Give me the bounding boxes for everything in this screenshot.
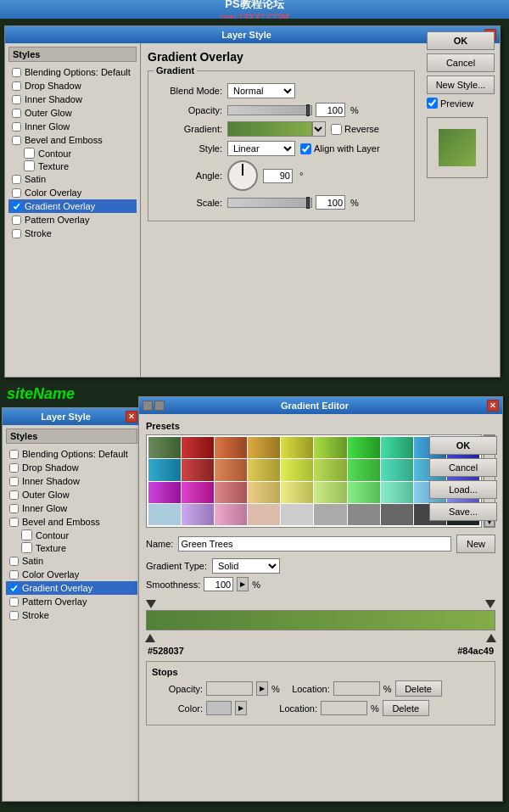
- preset-28[interactable]: [381, 482, 413, 503]
- b-outer-glow-checkbox[interactable]: [9, 490, 19, 500]
- scale-slider[interactable]: [227, 198, 312, 208]
- ge-gradient-bar[interactable]: [146, 610, 495, 630]
- ge-color-stop-right[interactable]: [486, 634, 496, 642]
- top-new-style-button[interactable]: New Style...: [427, 76, 495, 94]
- style-inner-shadow[interactable]: Inner Shadow: [8, 92, 137, 106]
- b-stroke-checkbox[interactable]: [9, 611, 19, 620]
- b-style-contour[interactable]: Contour: [6, 529, 137, 541]
- preset-17[interactable]: [348, 459, 380, 480]
- ge-opacity-stops-input[interactable]: [206, 681, 253, 696]
- b-style-stroke[interactable]: Stroke: [6, 608, 137, 622]
- b-drop-shadow-checkbox[interactable]: [9, 463, 19, 473]
- ge-color-location-input[interactable]: [321, 701, 367, 715]
- style-drop-shadow-checkbox[interactable]: [12, 81, 21, 91]
- b-inner-shadow-checkbox[interactable]: [9, 477, 19, 486]
- preset-38[interactable]: [381, 504, 413, 525]
- style-stroke[interactable]: Stroke: [8, 227, 137, 240]
- style-contour[interactable]: Contour: [8, 147, 137, 160]
- b-style-color-overlay[interactable]: Color Overlay: [6, 568, 137, 581]
- angle-dial[interactable]: [227, 160, 258, 191]
- bottom-window-close[interactable]: ✕: [126, 411, 137, 423]
- ge-name-input[interactable]: [178, 536, 451, 552]
- ge-opacity-location-input[interactable]: [333, 681, 380, 696]
- b-color-overlay-checkbox[interactable]: [9, 570, 19, 580]
- angle-input[interactable]: [263, 169, 293, 183]
- preset-26[interactable]: [314, 482, 346, 503]
- style-bevel-emboss-checkbox[interactable]: [12, 136, 21, 145]
- b-texture-checkbox[interactable]: [21, 542, 32, 553]
- ge-gradient-type-select[interactable]: Solid: [212, 558, 280, 574]
- b-style-outer-glow[interactable]: Outer Glow: [6, 488, 137, 501]
- b-inner-glow-checkbox[interactable]: [9, 504, 19, 513]
- b-contour-checkbox[interactable]: [21, 529, 32, 540]
- preset-5[interactable]: [281, 437, 313, 458]
- ge-close-btn[interactable]: ✕: [487, 400, 499, 412]
- opacity-slider[interactable]: [227, 105, 312, 115]
- b-style-blending[interactable]: Blending Options: Default: [6, 447, 137, 461]
- preset-18[interactable]: [381, 459, 413, 480]
- b-style-drop-shadow[interactable]: Drop Shadow: [6, 461, 137, 474]
- preset-32[interactable]: [182, 504, 214, 525]
- ge-load-button[interactable]: Load...: [429, 480, 497, 499]
- preset-8[interactable]: [381, 437, 413, 458]
- preset-33[interactable]: [215, 504, 247, 525]
- b-satin-checkbox[interactable]: [9, 557, 19, 566]
- top-cancel-button[interactable]: Cancel: [427, 53, 495, 72]
- style-satin[interactable]: Satin: [8, 172, 137, 186]
- style-inner-glow[interactable]: Inner Glow: [8, 120, 137, 133]
- ge-opacity-delete-btn[interactable]: Delete: [395, 680, 442, 697]
- ge-opacity-stop-right[interactable]: [485, 600, 495, 608]
- preset-2[interactable]: [182, 437, 214, 458]
- gradient-arrow[interactable]: [312, 121, 326, 137]
- preset-23[interactable]: [215, 482, 247, 503]
- style-gradient-overlay[interactable]: Gradient Overlay: [8, 199, 137, 213]
- style-color-overlay-checkbox[interactable]: [12, 188, 21, 198]
- style-outer-glow-checkbox[interactable]: [12, 109, 21, 118]
- preset-16[interactable]: [314, 459, 346, 480]
- b-pattern-overlay-checkbox[interactable]: [9, 597, 19, 607]
- align-layer-checkbox[interactable]: [300, 143, 311, 154]
- opacity-input[interactable]: [316, 103, 345, 117]
- style-satin-checkbox[interactable]: [12, 175, 21, 184]
- ge-color-delete-btn[interactable]: Delete: [383, 700, 429, 716]
- preset-6[interactable]: [314, 437, 346, 458]
- style-drop-shadow[interactable]: Drop Shadow: [8, 79, 137, 92]
- b-blending-checkbox[interactable]: [9, 450, 19, 459]
- b-gradient-overlay-checkbox[interactable]: [9, 584, 19, 593]
- ge-ok-button[interactable]: OK: [429, 436, 497, 455]
- style-blending-options-checkbox[interactable]: [12, 68, 21, 77]
- preset-11[interactable]: [148, 459, 181, 480]
- preset-4[interactable]: [248, 437, 280, 458]
- ge-color-swatch[interactable]: [206, 701, 232, 715]
- preset-12[interactable]: [182, 459, 214, 480]
- preset-35[interactable]: [281, 504, 313, 525]
- style-pattern-overlay-checkbox[interactable]: [12, 216, 21, 225]
- ge-opacity-stop-left[interactable]: [146, 600, 156, 608]
- style-inner-shadow-checkbox[interactable]: [12, 95, 21, 104]
- blend-mode-select[interactable]: Normal: [227, 83, 295, 98]
- style-pattern-overlay[interactable]: Pattern Overlay: [8, 213, 137, 227]
- style-select[interactable]: Linear: [227, 141, 295, 156]
- preset-15[interactable]: [281, 459, 313, 480]
- style-bevel-emboss[interactable]: Bevel and Emboss: [8, 133, 137, 147]
- style-color-overlay[interactable]: Color Overlay: [8, 186, 137, 199]
- preset-21[interactable]: [148, 482, 181, 503]
- preset-25[interactable]: [281, 482, 313, 503]
- ge-minimize-btn[interactable]: [143, 400, 153, 411]
- ge-opacity-arrow[interactable]: ▶: [256, 681, 268, 696]
- preset-31[interactable]: [148, 504, 181, 525]
- preset-27[interactable]: [348, 482, 380, 503]
- preset-7[interactable]: [348, 437, 380, 458]
- style-stroke-checkbox[interactable]: [12, 229, 21, 238]
- preset-34[interactable]: [248, 504, 280, 525]
- style-texture-checkbox[interactable]: [24, 160, 35, 171]
- preset-36[interactable]: [314, 504, 346, 525]
- style-blending-options[interactable]: Blending Options: Default: [8, 65, 137, 79]
- b-style-texture[interactable]: Texture: [6, 541, 137, 554]
- top-ok-button[interactable]: OK: [427, 31, 495, 50]
- b-style-gradient-overlay[interactable]: Gradient Overlay: [6, 581, 137, 595]
- preset-14[interactable]: [248, 459, 280, 480]
- preset-22[interactable]: [182, 482, 214, 503]
- ge-save-button[interactable]: Save...: [429, 502, 497, 521]
- preset-24[interactable]: [248, 482, 280, 503]
